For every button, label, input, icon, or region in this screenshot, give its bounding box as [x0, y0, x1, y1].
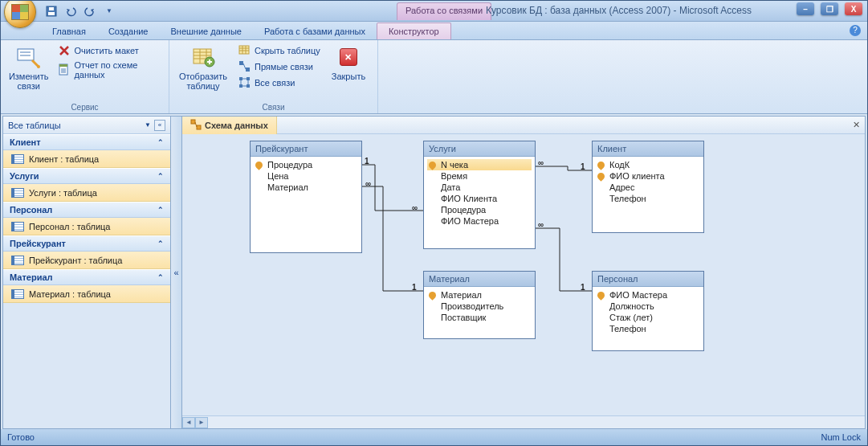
show-table-button[interactable]: Отобразить таблицу [174, 43, 232, 92]
nav-item[interactable]: Услуги : таблица [3, 184, 170, 202]
svg-rect-3 [18, 49, 34, 60]
table-field[interactable]: ФИО Клиента [427, 193, 532, 204]
table-field[interactable]: КодК [596, 159, 700, 170]
quick-access-toolbar: ▼ [44, 4, 116, 18]
table-uslugi[interactable]: УслугиN чекаВремяДатаФИО КлиентаПроцедур… [423, 141, 536, 249]
relationship-canvas[interactable]: 1 ∞ ∞ 1 ∞ 1 ∞ 1 ПрейскурантПроцедураЦена… [182, 134, 865, 415]
table-field[interactable]: ФИО Мастера [427, 215, 532, 227]
table-header: Услуги [424, 141, 535, 157]
qat-dropdown-icon[interactable]: ▼ [102, 4, 116, 18]
table-material[interactable]: МатериалМатериалПроизводительПоставщик [423, 271, 536, 339]
table-field[interactable]: Цена [254, 170, 358, 182]
table-icon [11, 289, 24, 299]
table-field[interactable]: Адрес [596, 182, 700, 193]
table-field[interactable]: Телефон [596, 323, 700, 334]
nav-group-header[interactable]: Персонал⌃ [3, 202, 170, 218]
tab-external[interactable]: Внешние данные [160, 23, 253, 39]
table-header: Персонал [593, 272, 703, 287]
svg-rect-13 [247, 77, 250, 80]
status-numlock: Num Lock [821, 432, 861, 442]
nav-item[interactable]: Персонал : таблица [3, 218, 170, 235]
nav-item[interactable]: Клиент : таблица [3, 150, 170, 168]
show-table-icon [190, 44, 216, 70]
table-header: Материал [424, 272, 535, 287]
table-preyskurant[interactable]: ПрейскурантПроцедураЦенаМатериал [250, 141, 362, 253]
table-field[interactable]: Процедура [427, 204, 532, 215]
relationship-report-button[interactable]: Отчет по схеме данных [55, 59, 164, 80]
nav-header[interactable]: Все таблицы ▼« [3, 117, 170, 134]
table-icon [11, 222, 24, 231]
table-field[interactable]: N чека [427, 159, 532, 170]
undo-icon[interactable] [63, 4, 78, 18]
table-header: Клиент [593, 141, 703, 157]
contextual-tab-group: Работа со связями [397, 2, 491, 20]
table-field[interactable]: Должность [596, 301, 700, 312]
table-field[interactable]: Телефон [596, 193, 700, 204]
table-field[interactable]: ФИО Мастера [596, 289, 700, 301]
all-rel-icon [238, 76, 251, 89]
table-icon [11, 256, 24, 265]
table-field[interactable]: Поставщик [427, 312, 532, 323]
close-button[interactable]: X [845, 2, 862, 15]
table-field[interactable]: Время [427, 170, 532, 182]
report-icon [58, 63, 71, 76]
maximize-button[interactable]: ❐ [821, 2, 838, 15]
group-label-relationships: Связи [174, 101, 373, 113]
nav-group-header[interactable]: Материал⌃ [3, 269, 170, 285]
split-bar[interactable]: « [171, 116, 182, 429]
tab-dbtools[interactable]: Работа с базами данных [253, 23, 377, 39]
scroll-left-icon[interactable]: ◄ [182, 417, 195, 428]
table-field[interactable]: Материал [254, 182, 358, 193]
status-bar: Готово Num Lock [1, 429, 867, 445]
svg-rect-6 [59, 64, 67, 67]
svg-rect-1 [48, 12, 55, 15]
tab-create[interactable]: Создание [97, 23, 160, 39]
doc-close-icon[interactable]: ✕ [848, 120, 865, 130]
table-personal[interactable]: ПерсоналФИО МастераДолжностьСтаж (лет)Те… [592, 271, 704, 351]
clear-layout-button[interactable]: Очистить макет [55, 43, 164, 58]
table-field[interactable]: Процедура [254, 159, 358, 170]
svg-rect-14 [239, 84, 242, 88]
schema-icon [190, 119, 202, 132]
navigation-pane: Все таблицы ▼« Клиент⌃Клиент : таблицаУс… [2, 116, 171, 429]
collapse-icon: ⌃ [157, 273, 164, 281]
nav-group-header[interactable]: Услуги⌃ [3, 168, 170, 184]
doc-tab-schema[interactable]: Схема данных [182, 117, 277, 134]
table-field[interactable]: Дата [427, 182, 532, 193]
svg-rect-10 [239, 61, 243, 65]
tab-home[interactable]: Главная [41, 23, 97, 39]
collapse-icon: ⌃ [157, 138, 164, 146]
horizontal-scrollbar[interactable]: ◄ ► [182, 415, 865, 428]
svg-rect-15 [247, 84, 250, 88]
table-field[interactable]: Стаж (лет) [596, 312, 700, 323]
minimize-button[interactable]: – [797, 2, 814, 15]
content-area: Все таблицы ▼« Клиент⌃Клиент : таблицаУс… [2, 116, 866, 429]
table-field[interactable]: Производитель [427, 301, 532, 312]
nav-collapse-icon[interactable]: « [154, 120, 165, 131]
nav-item[interactable]: Прейскурант : таблица [3, 252, 170, 269]
scroll-right-icon[interactable]: ► [195, 417, 208, 428]
tab-design[interactable]: Конструктор [377, 23, 451, 39]
nav-item[interactable]: Материал : таблица [3, 285, 170, 303]
nav-group-header[interactable]: Прейскурант⌃ [3, 235, 170, 252]
svg-rect-17 [197, 125, 201, 129]
document-area: Схема данных ✕ 1 ∞ ∞ 1 ∞ 1 ∞ 1 Прейскура… [182, 116, 866, 429]
ribbon-tabs: Главная Создание Внешние данные Работа с… [1, 22, 867, 40]
svg-point-4 [37, 65, 40, 68]
redo-icon[interactable] [83, 4, 97, 18]
status-text: Готово [7, 432, 35, 442]
hide-table-button[interactable]: Скрыть таблицу [235, 43, 324, 58]
table-klient[interactable]: КлиентКодКФИО клиентаАдресТелефон [592, 141, 704, 233]
table-field[interactable]: ФИО клиента [596, 170, 700, 182]
direct-relationships-button[interactable]: Прямые связи [235, 59, 324, 74]
table-field[interactable]: Материал [427, 289, 532, 301]
close-relationships-button[interactable]: ✕ Закрыть [327, 43, 370, 83]
all-relationships-button[interactable]: Все связи [235, 76, 324, 90]
direct-rel-icon [238, 60, 251, 73]
edit-relationships-button[interactable]: Изменить связи [6, 43, 51, 92]
save-icon[interactable] [44, 4, 59, 18]
nav-group-header[interactable]: Клиент⌃ [3, 134, 170, 150]
edit-relationships-icon [16, 44, 42, 70]
svg-rect-16 [191, 120, 195, 124]
help-icon[interactable]: ? [850, 25, 861, 36]
